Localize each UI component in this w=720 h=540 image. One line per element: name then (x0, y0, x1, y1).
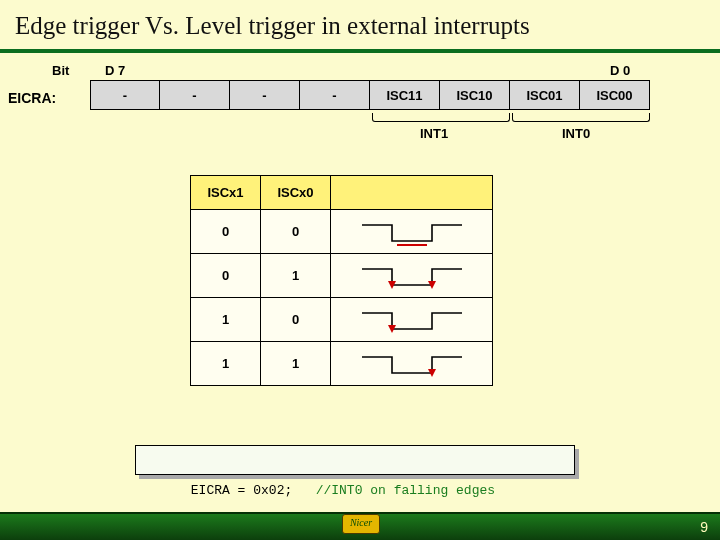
wave-any (331, 254, 493, 298)
reg-bit-7: - (90, 80, 160, 110)
int0-label: INT0 (562, 126, 590, 141)
table-row: 1 0 (191, 298, 493, 342)
register-name: EICRA: (8, 90, 56, 106)
table-row: 1 1 (191, 342, 493, 386)
trigger-table: ISCx1 ISCx0 0 0 0 1 (190, 175, 493, 386)
code-statement: EICRA = 0x02; (191, 483, 292, 498)
code-comment: //INT0 on falling edges (316, 483, 495, 498)
cell-a: 1 (191, 342, 261, 386)
table-row: 0 0 (191, 210, 493, 254)
brace-int0 (512, 113, 650, 122)
reg-bit-0: ISC00 (580, 80, 650, 110)
wave-fall (331, 298, 493, 342)
footer-logo: Nicer (342, 514, 380, 534)
bit-d0: D 0 (610, 63, 630, 78)
table-row: 0 1 (191, 254, 493, 298)
bit-label: Bit (52, 63, 69, 78)
page-number: 9 (700, 519, 708, 535)
wave-low (331, 210, 493, 254)
reg-bit-6: - (160, 80, 230, 110)
wave-rise (331, 342, 493, 386)
cell-b: 1 (261, 254, 331, 298)
title-underline (0, 49, 720, 53)
cell-b: 0 (261, 298, 331, 342)
reg-bit-5: - (230, 80, 300, 110)
reg-bit-2: ISC10 (440, 80, 510, 110)
th-iscx1: ISCx1 (191, 176, 261, 210)
reg-bit-3: ISC11 (370, 80, 440, 110)
register-row: - - - - ISC11 ISC10 ISC01 ISC00 (90, 80, 650, 110)
reg-bit-1: ISC01 (510, 80, 580, 110)
code-box: EICRA = 0x02; //INT0 on falling edges (135, 445, 575, 475)
cell-b: 0 (261, 210, 331, 254)
cell-b: 1 (261, 342, 331, 386)
th-wave (331, 176, 493, 210)
reg-bit-4: - (300, 80, 370, 110)
bit-d7: D 7 (105, 63, 125, 78)
cell-a: 0 (191, 210, 261, 254)
cell-a: 1 (191, 298, 261, 342)
int1-label: INT1 (420, 126, 448, 141)
th-iscx0: ISCx0 (261, 176, 331, 210)
cell-a: 0 (191, 254, 261, 298)
brace-int1 (372, 113, 510, 122)
page-title: Edge trigger Vs. Level trigger in extern… (15, 12, 705, 40)
